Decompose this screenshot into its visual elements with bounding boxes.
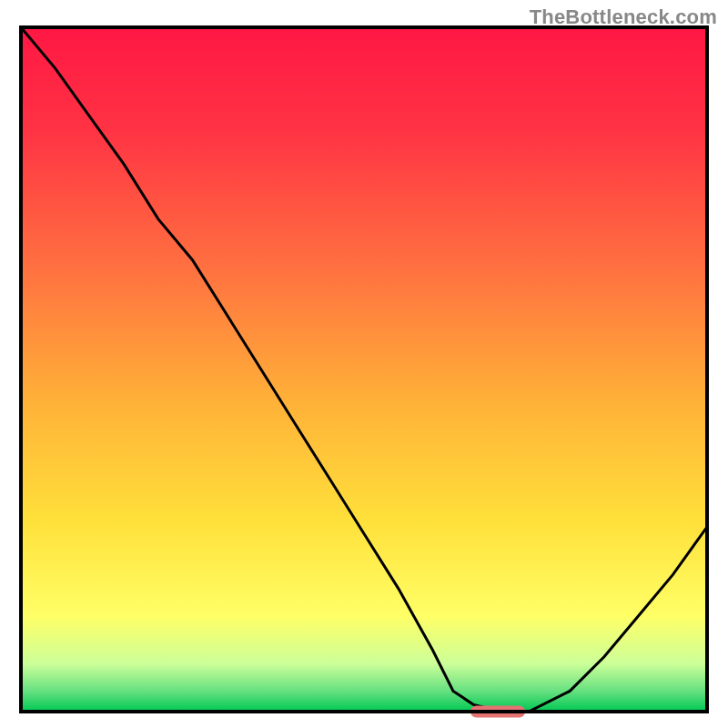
chart-container: TheBottleneck.com — [0, 0, 728, 728]
chart-svg — [0, 0, 728, 728]
watermark-text: TheBottleneck.com — [530, 5, 717, 29]
plot-background — [21, 27, 707, 712]
